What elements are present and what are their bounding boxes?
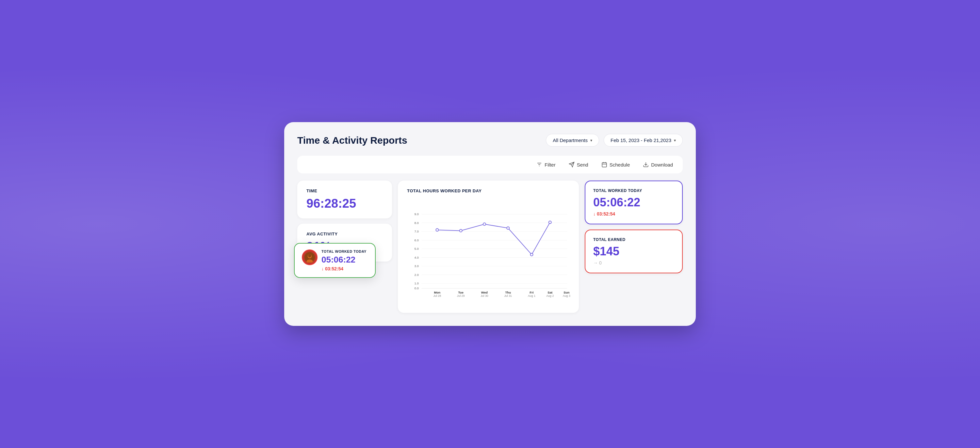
svg-text:0.0: 0.0 [414, 286, 418, 290]
svg-text:Aug 1: Aug 1 [528, 294, 535, 297]
svg-text:2.0: 2.0 [414, 273, 418, 276]
data-point [530, 253, 533, 256]
svg-rect-3 [602, 163, 607, 167]
chevron-down-icon: ▾ [674, 138, 676, 143]
total-earned-card: TOTAL EARNED $145 → 0 [585, 230, 683, 273]
line-chart: 9.0 8.0 7.0 6.0 5.0 4.0 3.0 2.0 1.0 0.0 [407, 199, 570, 303]
svg-text:Thu: Thu [505, 291, 511, 294]
svg-text:7.0: 7.0 [414, 230, 418, 233]
svg-text:Jul 29: Jul 29 [457, 294, 465, 297]
data-point [436, 229, 438, 231]
toolbar: Filter Send Schedule Download [297, 156, 683, 173]
svg-text:Aug 3: Aug 3 [563, 294, 570, 297]
svg-point-11 [308, 254, 311, 257]
filter-icon [536, 162, 542, 167]
svg-text:Sat: Sat [547, 291, 553, 294]
chart-container: 9.0 8.0 7.0 6.0 5.0 4.0 3.0 2.0 1.0 0.0 [407, 199, 570, 305]
svg-text:5.0: 5.0 [414, 247, 418, 251]
left-stats: TIME 96:28:25 AVG ACTIVITY 91% [297, 181, 392, 262]
svg-text:Jul 30: Jul 30 [480, 294, 488, 297]
schedule-button[interactable]: Schedule [600, 160, 632, 169]
data-point [507, 227, 509, 229]
floating-card-label: TOTAL WORKED TODAY [321, 249, 366, 253]
time-value: 96:28:25 [306, 197, 383, 211]
total-earned-delta: → 0 [593, 260, 674, 265]
chart-title: TOTAL HOURS WORKED PER DAY [407, 188, 570, 193]
total-worked-delta: ↓ 03:52:54 [593, 211, 674, 216]
svg-text:Fri: Fri [530, 291, 533, 294]
data-point [549, 221, 551, 224]
send-icon [569, 162, 574, 167]
svg-text:Aug 2: Aug 2 [546, 294, 554, 297]
svg-text:1.0: 1.0 [414, 281, 418, 285]
data-point [483, 223, 486, 225]
floating-card-delta: ↓ 03:52:54 [321, 266, 366, 271]
svg-text:Mon: Mon [434, 291, 440, 294]
data-point [460, 230, 462, 232]
svg-text:9.0: 9.0 [414, 212, 418, 216]
content-grid: TIME 96:28:25 AVG ACTIVITY 91% [297, 181, 683, 313]
right-stats: TOTAL WORKED TODAY 05:06:22 ↓ 03:52:54 T… [585, 181, 683, 273]
chart-line [437, 222, 550, 255]
total-worked-label: TOTAL WORKED TODAY [593, 188, 674, 193]
total-worked-today-card: TOTAL WORKED TODAY 05:06:22 ↓ 03:52:54 [585, 181, 683, 224]
svg-text:Sun: Sun [563, 291, 570, 294]
download-icon [643, 162, 649, 167]
main-card: Time & Activity Reports All Departments … [284, 122, 696, 326]
svg-text:Jul 28: Jul 28 [433, 294, 441, 297]
svg-text:8.0: 8.0 [414, 221, 418, 225]
total-earned-label: TOTAL EARNED [593, 237, 674, 242]
total-earned-value: $145 [593, 245, 674, 258]
total-worked-value: 05:06:22 [593, 195, 674, 209]
arrow-right-icon: → [593, 260, 598, 265]
avatar-image [304, 252, 315, 262]
download-button[interactable]: Download [641, 160, 675, 169]
filter-button[interactable]: Filter [535, 160, 557, 169]
department-dropdown[interactable]: All Departments ▾ [546, 134, 599, 147]
arrow-down-icon: ↓ [321, 266, 324, 271]
avatar [302, 249, 318, 265]
arrow-down-icon: ↓ [593, 211, 595, 216]
svg-text:Tue: Tue [458, 291, 463, 294]
floating-card-value: 05:06:22 [321, 255, 366, 265]
svg-text:6.0: 6.0 [414, 238, 418, 242]
svg-text:3.0: 3.0 [414, 264, 418, 268]
chart-card: TOTAL HOURS WORKED PER DAY 9.0 8.0 7.0 6… [398, 181, 579, 313]
page-title: Time & Activity Reports [297, 135, 407, 146]
floating-worked-today-card: TOTAL WORKED TODAY 05:06:22 ↓ 03:52:54 [294, 243, 375, 278]
avg-activity-label: AVG ACTIVITY [306, 232, 383, 237]
time-card: TIME 96:28:25 [297, 181, 392, 218]
svg-text:4.0: 4.0 [414, 256, 418, 259]
time-label: TIME [306, 188, 383, 193]
schedule-icon [601, 162, 607, 167]
svg-text:Wed: Wed [481, 291, 488, 294]
svg-text:Jul 31: Jul 31 [504, 294, 512, 297]
date-range-dropdown[interactable]: Feb 15, 2023 - Feb 21,2023 ▾ [604, 134, 683, 147]
header: Time & Activity Reports All Departments … [297, 134, 683, 147]
header-controls: All Departments ▾ Feb 15, 2023 - Feb 21,… [546, 134, 683, 147]
send-button[interactable]: Send [567, 160, 590, 169]
chevron-down-icon: ▾ [590, 138, 592, 143]
